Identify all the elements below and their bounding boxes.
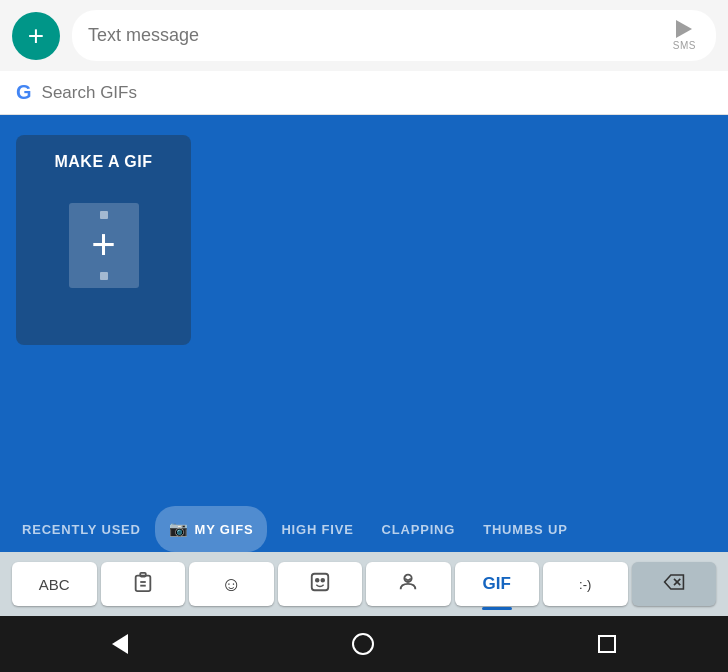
send-button[interactable]: SMS: [669, 20, 700, 51]
back-icon: [112, 634, 128, 654]
text-input-wrapper: SMS: [72, 10, 716, 61]
message-bar: + SMS: [0, 0, 728, 71]
keyboard-gif-key[interactable]: GIF: [455, 562, 540, 606]
system-nav-bar: [0, 616, 728, 672]
make-gif-card[interactable]: MAKE A GIF +: [16, 135, 191, 345]
keyboard-bar: ABC ☺: [0, 552, 728, 616]
keyboard-emoticon-key[interactable]: :-): [543, 562, 628, 606]
nav-home-button[interactable]: [352, 633, 374, 655]
keyboard-sticker-key[interactable]: [278, 562, 363, 606]
keyboard-abc-key[interactable]: ABC: [12, 562, 97, 606]
keyboard-emoji-key[interactable]: ☺: [189, 562, 274, 606]
nav-recents-button[interactable]: [598, 635, 616, 653]
recents-icon: [598, 635, 616, 653]
tab-my-gifs[interactable]: 📷 MY GIFS: [155, 506, 268, 552]
make-gif-icon: +: [59, 195, 149, 295]
search-bar: G: [0, 71, 728, 115]
svg-point-6: [321, 578, 324, 581]
add-button[interactable]: +: [12, 12, 60, 60]
google-logo: G: [16, 81, 32, 104]
keyboard-delete-key[interactable]: [632, 562, 717, 606]
keyboard-bitmoji-key[interactable]: [366, 562, 451, 606]
delete-icon: [663, 573, 685, 596]
film-strip-icon: +: [69, 203, 139, 288]
nav-back-button[interactable]: [112, 634, 128, 654]
gif-content-area: MAKE A GIF +: [0, 115, 728, 506]
tab-high-five[interactable]: HIGH FIVE: [267, 508, 367, 551]
gif-search-input[interactable]: [42, 83, 712, 103]
bitmoji-icon: [397, 571, 419, 598]
keyboard-clipboard-key[interactable]: [101, 562, 186, 606]
clipboard-icon: [132, 571, 154, 598]
camera-icon: 📷: [169, 520, 189, 538]
plus-icon: +: [28, 22, 44, 50]
tab-thumbs-up[interactable]: THUMBS UP: [469, 508, 581, 551]
message-input[interactable]: [88, 25, 669, 46]
tab-clapping[interactable]: CLAPPING: [368, 508, 470, 551]
home-icon: [352, 633, 374, 655]
send-icon: [676, 20, 692, 38]
category-tabs: RECENTLY USED 📷 MY GIFS HIGH FIVE CLAPPI…: [0, 506, 728, 552]
sticker-icon: [309, 571, 331, 598]
svg-point-5: [316, 578, 319, 581]
svg-rect-1: [135, 575, 150, 591]
film-plus-icon: +: [91, 224, 116, 266]
emoji-icon: ☺: [221, 573, 241, 596]
send-label: SMS: [673, 40, 696, 51]
tab-recently-used[interactable]: RECENTLY USED: [8, 508, 155, 551]
svg-rect-4: [312, 573, 329, 590]
make-gif-title: MAKE A GIF: [54, 153, 152, 171]
